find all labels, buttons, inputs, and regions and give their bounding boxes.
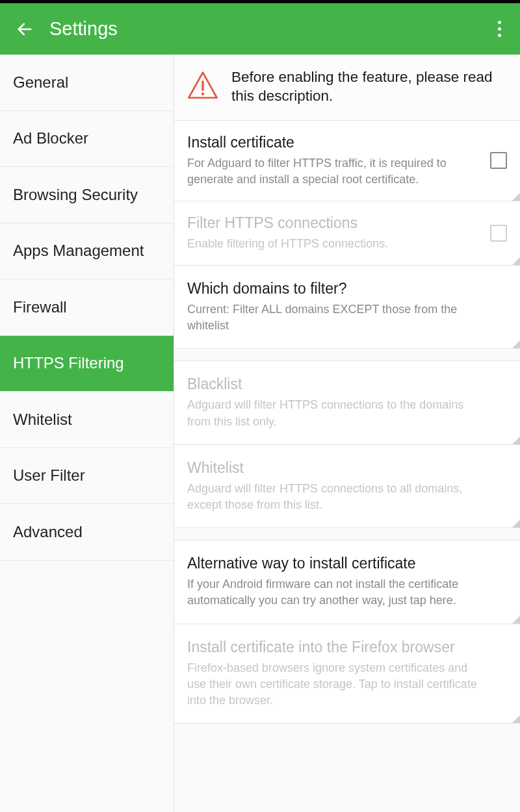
- corner-indicator-icon: [512, 193, 520, 201]
- setting-title: Whitelist: [187, 459, 480, 477]
- setting-install-certificate[interactable]: Install certificate For Adguard to filte…: [174, 120, 520, 201]
- sidebar-item-firewall[interactable]: Firewall: [0, 279, 174, 336]
- setting-description: Enable filtering of HTTPS connections.: [187, 236, 480, 252]
- setting-install-firefox[interactable]: Install certificate into the Firefox bro…: [174, 624, 520, 724]
- content-area: General Ad Blocker Browsing Security App…: [0, 55, 520, 812]
- svg-point-1: [202, 93, 204, 95]
- setting-description: Adguard will filter HTTPS connections to…: [187, 397, 480, 429]
- back-button[interactable]: [16, 20, 34, 38]
- setting-alternative-install[interactable]: Alternative way to install certificate I…: [174, 540, 520, 623]
- app-bar: Settings: [0, 3, 520, 55]
- setting-description: Firefox-based browsers ignore system cer…: [187, 660, 480, 709]
- sidebar-item-label: User Filter: [13, 466, 85, 485]
- setting-title: Which domains to filter?: [187, 280, 480, 298]
- setting-which-domains[interactable]: Which domains to filter? Current: Filter…: [174, 265, 520, 349]
- corner-indicator-icon: [512, 340, 520, 348]
- setting-title: Install certificate: [187, 134, 480, 151]
- sidebar-item-ad-blocker[interactable]: Ad Blocker: [0, 111, 174, 168]
- dot-icon: [498, 27, 501, 31]
- setting-blacklist[interactable]: Blacklist Adguard will filter HTTPS conn…: [174, 361, 520, 444]
- corner-indicator-icon: [512, 520, 520, 527]
- overflow-menu-button[interactable]: [491, 18, 507, 41]
- sidebar-item-label: Browsing Security: [13, 186, 138, 204]
- checkbox[interactable]: [490, 225, 507, 242]
- sidebar-item-label: Apps Management: [13, 242, 144, 260]
- sidebar-item-label: General: [13, 73, 68, 92]
- setting-description: If your Android firmware can not install…: [187, 576, 480, 609]
- setting-title: Filter HTTPS connections: [187, 214, 480, 232]
- corner-indicator-icon: [512, 715, 520, 723]
- corner-indicator-icon: [512, 616, 520, 624]
- page-title: Settings: [49, 18, 491, 40]
- sidebar-item-apps-management[interactable]: Apps Management: [0, 223, 174, 280]
- setting-description: For Adguard to filter HTTPS traffic, it …: [187, 155, 480, 188]
- setting-title: Blacklist: [187, 375, 480, 393]
- sidebar-item-label: Firewall: [13, 298, 67, 316]
- setting-description: Current: Filter ALL domains EXCEPT those…: [187, 301, 480, 334]
- sidebar-item-browsing-security[interactable]: Browsing Security: [0, 167, 174, 223]
- corner-indicator-icon: [512, 437, 520, 444]
- dot-icon: [498, 21, 501, 24]
- dot-icon: [498, 34, 501, 37]
- warning-icon: [186, 68, 220, 105]
- setting-title: Install certificate into the Firefox bro…: [187, 639, 480, 656]
- setting-whitelist[interactable]: Whitelist Adguard will filter HTTPS conn…: [174, 444, 520, 528]
- sidebar-item-label: Ad Blocker: [13, 129, 88, 147]
- sidebar-item-label: Whitelist: [13, 411, 72, 429]
- checkbox[interactable]: [490, 152, 507, 169]
- sidebar-item-https-filtering[interactable]: HTTPS Filtering: [0, 336, 174, 392]
- back-arrow-icon: [16, 20, 34, 38]
- sidebar-item-whitelist[interactable]: Whitelist: [0, 392, 174, 448]
- sidebar-item-advanced[interactable]: Advanced: [0, 504, 174, 561]
- sidebar-item-label: HTTPS Filtering: [13, 354, 124, 372]
- setting-filter-https-connections[interactable]: Filter HTTPS connections Enable filterin…: [174, 201, 520, 265]
- main-panel: Before enabling the feature, please read…: [174, 55, 520, 812]
- warning-banner[interactable]: Before enabling the feature, please read…: [174, 55, 520, 120]
- sidebar-item-general[interactable]: General: [0, 55, 174, 111]
- setting-title: Alternative way to install certificate: [187, 555, 480, 572]
- sidebar-item-user-filter[interactable]: User Filter: [0, 448, 174, 505]
- sidebar-item-label: Advanced: [13, 523, 83, 541]
- corner-indicator-icon: [512, 257, 520, 265]
- setting-description: Adguard will filter HTTPS connections to…: [187, 481, 480, 513]
- warning-text: Before enabling the feature, please read…: [231, 68, 508, 106]
- settings-sidebar: General Ad Blocker Browsing Security App…: [0, 55, 174, 812]
